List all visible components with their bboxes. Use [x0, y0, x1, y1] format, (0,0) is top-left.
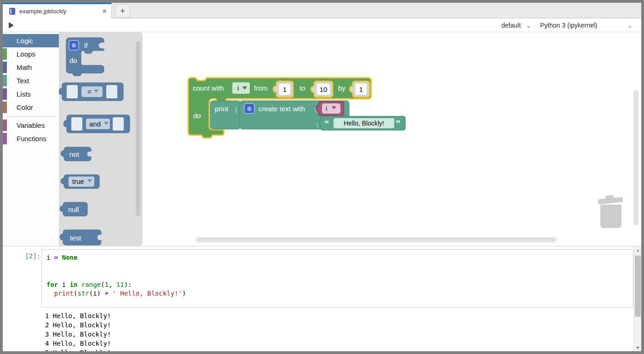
code-line: print(str(i) + ' Hello, Blockly!'): [46, 289, 628, 298]
create-text-with-label: create text with: [259, 105, 305, 113]
category-color-chip: [3, 102, 7, 113]
code-line: for i in range(1, 11):: [46, 280, 628, 290]
compare-block[interactable]: =: [61, 82, 126, 103]
scroll-up-icon[interactable]: ▲: [634, 246, 642, 254]
category-color-chip: [3, 62, 7, 73]
number-block-by[interactable]: 1: [350, 81, 369, 97]
output-line: 5 Hello, Blockly!: [45, 348, 111, 354]
tab-bar: example.jpblockly × +: [3, 3, 641, 18]
blockly-file-icon: [9, 8, 15, 15]
new-tab-button[interactable]: +: [115, 4, 130, 18]
operator-dropdown[interactable]: [81, 86, 103, 97]
blockly-toolbox: Logic Loops Math Text Lists Color Variab…: [3, 32, 59, 246]
loop-variable-dropdown[interactable]: [232, 82, 250, 94]
count-with-label: count with: [193, 84, 224, 92]
close-icon[interactable]: ×: [102, 7, 107, 15]
variable-i-block[interactable]: i: [316, 102, 344, 115]
category-color-chip: [3, 88, 7, 100]
trash-lid: [598, 197, 623, 205]
category-color-chip: [3, 48, 7, 60]
tab-title: example.jpblockly: [19, 8, 102, 15]
do-label: do: [193, 112, 201, 120]
code-line: [46, 271, 628, 280]
svg-text:1: 1: [283, 86, 287, 93]
flyout-scrollbar[interactable]: [136, 41, 140, 216]
not-label: not: [69, 150, 80, 158]
close-quote-icon: ”: [396, 118, 401, 129]
workspace-hscrollbar[interactable]: [196, 237, 557, 242]
svg-text:Hello, Blockly!: Hello, Blockly!: [344, 120, 384, 127]
if-label: if: [84, 41, 88, 49]
and-block[interactable]: and: [65, 114, 132, 135]
boolean-value: true: [72, 177, 84, 185]
boolean-block[interactable]: true: [63, 174, 102, 191]
gear-glyph: ⚙: [247, 106, 252, 112]
null-label: null: [68, 206, 79, 213]
kernel-name[interactable]: Python 3 (ipykernel): [540, 22, 598, 29]
test-block[interactable]: test: [62, 229, 105, 246]
scrollbar-thumb[interactable]: [635, 256, 641, 317]
scroll-down-icon[interactable]: ▼: [634, 344, 642, 352]
not-block[interactable]: not: [63, 146, 95, 164]
code-cell-input[interactable]: i = None for i in range(1, 11): print(st…: [41, 249, 633, 308]
category-color-chip: [3, 120, 7, 131]
number-block-from[interactable]: 1: [273, 81, 293, 97]
to-label: to: [299, 84, 305, 92]
if-do-block[interactable]: ⚙ if do: [65, 37, 108, 78]
toolbox-category-color[interactable]: Color: [3, 101, 59, 114]
value-socket: [71, 117, 82, 131]
toolbox-category-loops[interactable]: Loops: [3, 47, 59, 61]
toolbox-category-text[interactable]: Text: [3, 74, 59, 87]
cell-output: 1 Hello, Blockly! 2 Hello, Blockly! 3 He…: [45, 311, 111, 354]
output-line: 3 Hello, Blockly!: [45, 330, 111, 339]
gear-glyph: ⚙: [71, 42, 76, 49]
chevron-down-icon[interactable]: ⌄: [526, 23, 531, 29]
input-socket-mark: (: [235, 106, 237, 114]
execution-prompt: [2]:: [17, 252, 40, 260]
tab-example-jpblockly[interactable]: example.jpblockly ×: [3, 3, 112, 18]
from-label: from: [254, 84, 268, 92]
loop-variable-value: i: [237, 84, 239, 92]
run-icon[interactable]: [9, 22, 14, 29]
variable-dropdown[interactable]: [322, 103, 340, 114]
output-line: 2 Hello, Blockly!: [45, 320, 111, 330]
kernel-chevron-down-icon[interactable]: ⌄: [627, 23, 632, 29]
operator-value: and: [89, 120, 101, 128]
text-string-block[interactable]: “ Hello, Blockly! ”: [318, 116, 405, 130]
notebook-toolbar: default ⌄ Python 3 (ipykernel) ⌄: [3, 18, 641, 32]
operator-value: =: [87, 88, 92, 96]
svg-text:i: i: [326, 105, 327, 112]
null-block[interactable]: null: [62, 201, 90, 219]
output-line: 4 Hello, Blockly!: [45, 339, 111, 348]
trash-body: [600, 205, 621, 228]
category-color-chip: [3, 133, 7, 144]
by-label: by: [338, 84, 345, 92]
svg-text:1: 1: [359, 86, 363, 93]
value-socket: [113, 117, 124, 131]
value-socket: [67, 85, 78, 98]
toolbox-category-variables[interactable]: Variables: [3, 119, 59, 132]
mode-selector[interactable]: default: [501, 22, 521, 29]
toolbox-category-functions[interactable]: Functions: [3, 132, 59, 145]
open-quote-icon: “: [324, 118, 329, 129]
trash-can-icon[interactable]: [598, 195, 624, 228]
workspace-vscrollbar[interactable]: [633, 90, 638, 225]
test-label: test: [70, 234, 81, 242]
do-label: do: [69, 57, 77, 64]
toolbox-separator: [6, 116, 57, 117]
number-block-to[interactable]: 10: [311, 81, 333, 97]
value-socket: [106, 85, 117, 98]
category-color-chip: [3, 35, 7, 46]
workspace-program[interactable]: count with i from 1 to 10 by 1 do print …: [186, 76, 412, 141]
svg-text:10: 10: [320, 86, 328, 93]
blockly-flyout: ⚙ if do = and not true: [59, 32, 143, 246]
code-line: [46, 263, 628, 272]
toolbox-category-logic[interactable]: Logic: [3, 34, 59, 47]
print-label: print: [215, 105, 229, 113]
app-window: example.jpblockly × + default ⌄ Python 3…: [0, 0, 644, 354]
toolbox-category-lists[interactable]: Lists: [3, 87, 59, 101]
code-line: i = None: [46, 253, 628, 263]
panel-scrollbar[interactable]: ▲ ▼: [633, 246, 641, 352]
toolbox-category-math[interactable]: Math: [3, 61, 59, 74]
category-color-chip: [3, 75, 7, 86]
